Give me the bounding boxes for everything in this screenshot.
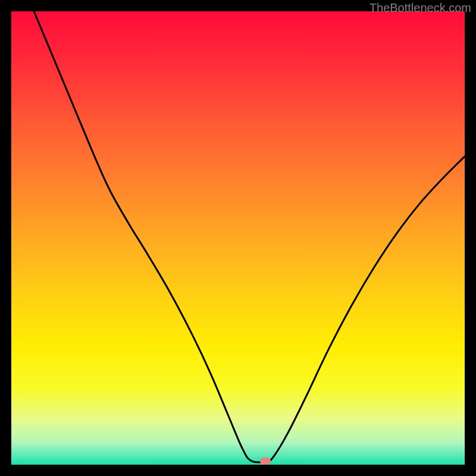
watermark-text: TheBottleneck.com	[369, 1, 471, 15]
chart-plot-area	[11, 11, 465, 465]
bottleneck-curve	[11, 11, 465, 465]
current-config-marker	[260, 458, 271, 465]
